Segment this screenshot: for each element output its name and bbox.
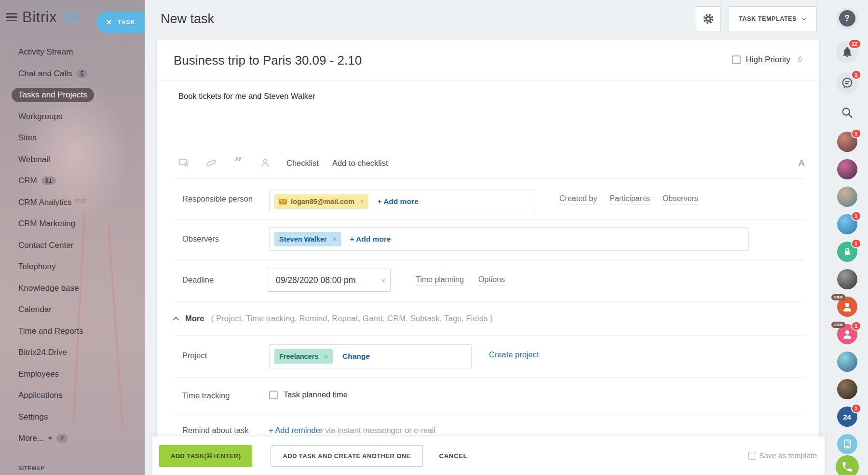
action-bar: ADD TASK(⌘+ENTER) ADD TASK AND CREATE AN… (152, 436, 825, 475)
sidebar-item-sites[interactable]: Sites (0, 127, 145, 149)
remind-row: Remind about task + Add reminder via ins… (174, 416, 805, 436)
sidebar-item-crm[interactable]: CRM81 (0, 170, 145, 192)
user-avatar-5[interactable] (836, 268, 858, 290)
checklist-button[interactable]: Checklist (286, 159, 319, 168)
app-logo[interactable]: Bitrix 24 (22, 9, 79, 26)
sidebar-item-label: CRM Analytics (18, 198, 72, 207)
hamburger-menu-icon[interactable] (6, 13, 17, 22)
observer-tag[interactable]: Steven Walker × (274, 232, 341, 246)
task-description-input[interactable]: Book tickets for me and Steven Walker (178, 92, 315, 101)
task-tab[interactable]: TASK (96, 12, 145, 33)
support-chat-icon[interactable]: 1 (836, 72, 858, 94)
user-avatar-6[interactable] (836, 351, 858, 373)
responsible-person-label: Responsible person (182, 194, 253, 204)
call-phone-icon[interactable] (836, 455, 859, 475)
link-icon[interactable] (205, 157, 217, 169)
settings-gear-button[interactable] (696, 6, 721, 31)
sidebar-item-label: Calendar (18, 305, 52, 314)
time-planning-link[interactable]: Time planning (416, 275, 464, 285)
remove-tag-icon[interactable]: × (324, 353, 328, 360)
sidebar-item-time-and-reports[interactable]: Time and Reports (0, 321, 145, 342)
high-priority-checkbox[interactable] (732, 55, 741, 64)
sidebar-item-bitrix24-drive[interactable]: Bitrix24.Drive (0, 342, 145, 364)
sidebar-item-employees[interactable]: Employees (0, 364, 145, 385)
created-by-link[interactable]: Created by (559, 194, 597, 204)
font-size-icon[interactable]: A (798, 158, 805, 168)
task-title-input[interactable]: Business trip to Paris 30.09 - 2.10 (174, 53, 362, 68)
project-label: Project (182, 351, 207, 360)
sitemap-link[interactable]: SITEMAP (18, 465, 45, 471)
task-planned-time-checkbox[interactable] (269, 391, 278, 399)
chevron-down-icon (48, 437, 52, 440)
close-icon[interactable] (106, 19, 112, 25)
bitrix24-network-icon[interactable]: 241 (836, 406, 858, 428)
notification-count-badge: 1 (851, 239, 861, 248)
user-avatar-2[interactable] (836, 158, 858, 180)
search-icon[interactable] (836, 102, 858, 124)
sidebar-item-tasks-and-projects[interactable]: Tasks and Projects (0, 84, 145, 106)
project-field[interactable]: Freelancers × Change (269, 344, 472, 368)
sidebar-item-label: Telephony (18, 262, 56, 271)
notifications-bell-icon[interactable]: 12 (836, 41, 858, 63)
add-more-responsible-button[interactable]: + Add more (377, 197, 418, 206)
sidebar-item-calendar[interactable]: Calendar (0, 299, 145, 321)
project-tag[interactable]: Freelancers × (274, 349, 333, 364)
deadline-value[interactable]: 09/28/2020 08:00 pm (276, 275, 355, 285)
envelope-icon (279, 199, 287, 204)
sidebar-item-label: Contact Center (18, 241, 73, 250)
sidebar-item-telephony[interactable]: Telephony (0, 256, 145, 278)
observers-field[interactable]: Steven Walker × + Add more (269, 227, 749, 251)
sidebar-item-knowledge-base[interactable]: Knowledge base (0, 278, 145, 299)
user-avatar-7[interactable] (836, 378, 858, 400)
sidebar-item-contact-center[interactable]: Contact Center (0, 235, 145, 257)
mobile-app-icon[interactable] (836, 433, 858, 455)
extranet-lock-icon[interactable]: 1 (836, 241, 858, 263)
reminder-suffix: via instant messenger or e-mail (323, 426, 435, 434)
sidebar-item-webmail[interactable]: Webmail (0, 149, 145, 171)
mention-person-icon[interactable] (259, 157, 271, 169)
quote-icon[interactable]: ” (232, 157, 244, 169)
add-more-observers-button[interactable]: + Add more (350, 235, 391, 244)
attach-file-icon[interactable] (178, 157, 190, 169)
responsible-person-tag[interactable]: logan85@mail.com × (274, 194, 368, 209)
sidebar-item-workgroups[interactable]: Workgroups (0, 106, 145, 128)
responsible-person-field[interactable]: logan85@mail.com × + Add more (269, 190, 535, 213)
sidebar-item-label: Chat and Calls (18, 69, 72, 79)
deadline-input[interactable]: 09/28/2020 08:00 pm × (268, 269, 391, 292)
save-as-template-checkbox[interactable] (748, 452, 756, 460)
remove-tag-icon[interactable]: × (360, 198, 364, 205)
sidebar-item-crm-marketing[interactable]: CRM Marketing (0, 213, 145, 235)
sidebar-item-more[interactable]: More...7 (0, 428, 145, 449)
cancel-button[interactable]: CANCEL (439, 452, 468, 460)
crm-label: CRM (831, 322, 845, 328)
help-icon[interactable]: ? (836, 7, 858, 29)
options-link[interactable]: Options (478, 275, 505, 285)
sidebar-item-label: Activity Stream (18, 47, 73, 57)
clear-deadline-icon[interactable]: × (381, 276, 385, 285)
sidebar-item-applications[interactable]: Applications (0, 385, 145, 407)
sidebar-item-crm-analytics[interactable]: CRM Analyticsbeta (0, 192, 145, 214)
user-avatar-1[interactable]: 1 (836, 131, 858, 153)
crm-contact-avatar-1[interactable]: CRM (836, 296, 858, 318)
create-project-link[interactable]: Create project (489, 350, 539, 359)
observers-label: Observers (182, 234, 219, 244)
remove-tag-icon[interactable]: × (333, 235, 337, 243)
sidebar-item-settings[interactable]: Settings (0, 407, 145, 428)
add-to-checklist-button[interactable]: Add to checklist (332, 159, 388, 168)
change-project-button[interactable]: Change (342, 352, 370, 361)
user-avatar-3[interactable] (836, 186, 858, 208)
observers-link[interactable]: Observers (663, 194, 698, 204)
add-task-and-create-another-button[interactable]: ADD TASK AND CREATE ANOTHER ONE (271, 445, 422, 467)
add-reminder-link[interactable]: + Add reminder (269, 426, 323, 434)
add-task-button[interactable]: ADD TASK(⌘+ENTER) (159, 445, 252, 467)
user-avatar-4[interactable]: 1 (836, 213, 858, 235)
crm-contact-avatar-2[interactable]: CRM1 (836, 323, 858, 345)
task-templates-button[interactable]: TASK TEMPLATES (729, 6, 817, 31)
more-section-toggle[interactable]: More ( Project, Time tracking, Remind, R… (174, 301, 805, 335)
time-tracking-row: Time tracking Task planned time (174, 377, 805, 416)
sidebar-item-activity-stream[interactable]: Activity Stream (0, 41, 145, 63)
save-as-template[interactable]: Save as template (748, 451, 817, 460)
participants-link[interactable]: Participants (610, 194, 650, 204)
sidebar-item-chat-and-calls[interactable]: Chat and Calls5 (0, 63, 145, 85)
flame-icon (795, 54, 805, 65)
